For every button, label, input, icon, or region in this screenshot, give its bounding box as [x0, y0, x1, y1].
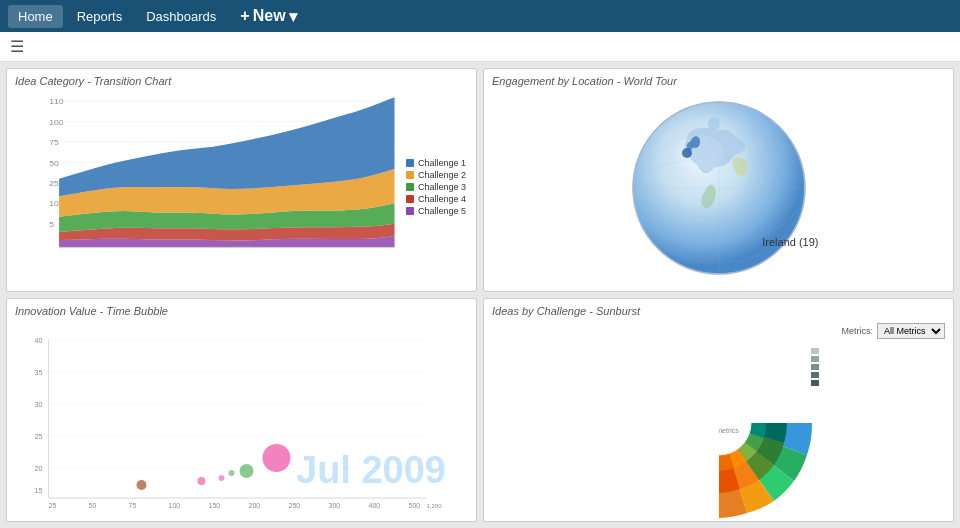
- svg-point-49: [137, 480, 147, 490]
- svg-rect-65: [811, 380, 819, 386]
- svg-point-52: [229, 470, 235, 476]
- toolbar: ☰: [0, 32, 960, 62]
- nav-new-arrow: ▾: [289, 7, 297, 26]
- svg-text:75: 75: [129, 502, 137, 509]
- sunburst-svg: 100% of All metrics: [579, 318, 859, 518]
- svg-text:25: 25: [49, 502, 57, 509]
- chart3-title: Innovation Value - Time Bubble: [7, 299, 476, 319]
- svg-text:50: 50: [49, 159, 59, 167]
- svg-text:30: 30: [35, 401, 43, 408]
- legend-color-4: [406, 195, 414, 203]
- svg-rect-61: [811, 348, 819, 354]
- panel-sunburst: Ideas by Challenge - Sunburst Metrics: A…: [483, 298, 954, 522]
- legend-item-5: Challenge 5: [406, 206, 466, 216]
- top-navigation: Home Reports Dashboards + New ▾: [0, 0, 960, 32]
- legend-item-2: Challenge 2: [406, 170, 466, 180]
- svg-text:200: 200: [249, 502, 261, 509]
- svg-point-54: [263, 444, 291, 472]
- panel-transition-chart: Idea Category - Transition Chart 110 100…: [6, 68, 477, 292]
- svg-rect-62: [811, 356, 819, 362]
- svg-text:5: 5: [49, 221, 54, 229]
- nav-new-icon: +: [240, 7, 249, 25]
- svg-point-24: [674, 135, 724, 171]
- svg-point-50: [198, 477, 206, 485]
- chart1-content: 110 100 75 50 25 10 5: [7, 89, 476, 287]
- legend-color-3: [406, 183, 414, 191]
- svg-text:500: 500: [409, 502, 421, 509]
- svg-text:100%: 100%: [702, 407, 736, 422]
- legend-item-4: Challenge 4: [406, 194, 466, 204]
- chart1-legend: Challenge 1 Challenge 2 Challenge 3 Chal…: [406, 158, 466, 218]
- panel-world-tour: Engagement by Location - World Tour: [483, 68, 954, 292]
- metrics-label: Metrics:: [842, 326, 874, 336]
- globe-svg: [629, 98, 809, 278]
- svg-text:400: 400: [369, 502, 381, 509]
- svg-text:150: 150: [209, 502, 221, 509]
- svg-text:110: 110: [49, 98, 64, 106]
- chart4-title: Ideas by Challenge - Sunburst: [484, 299, 953, 319]
- globe-container: Ireland (19): [629, 98, 809, 278]
- hamburger-menu[interactable]: ☰: [10, 37, 24, 56]
- ireland-label: Ireland (19): [762, 236, 818, 248]
- legend-label-4: Challenge 4: [418, 194, 466, 204]
- nav-dashboards[interactable]: Dashboards: [136, 5, 226, 28]
- svg-text:25: 25: [49, 180, 59, 188]
- chart2-title: Engagement by Location - World Tour: [484, 69, 953, 89]
- svg-text:15: 15: [35, 487, 43, 494]
- nav-new-label: New: [253, 7, 286, 25]
- svg-text:75: 75: [49, 139, 59, 147]
- svg-rect-64: [811, 372, 819, 378]
- svg-text:1,200: 1,200: [427, 503, 443, 509]
- svg-text:50: 50: [89, 502, 97, 509]
- metrics-dropdown[interactable]: All Metrics: [877, 323, 945, 339]
- legend-item-3: Challenge 3: [406, 182, 466, 192]
- legend-label-1: Challenge 1: [418, 158, 466, 168]
- nav-home[interactable]: Home: [8, 5, 63, 28]
- area-chart-svg: 110 100 75 50 25 10 5: [15, 89, 468, 283]
- svg-text:300: 300: [329, 502, 341, 509]
- dashboard-grid: Idea Category - Transition Chart 110 100…: [0, 62, 960, 528]
- chart3-content: 40 35 30 25 20 15 25 50 75 100 150 200: [7, 319, 476, 517]
- svg-text:20: 20: [35, 465, 43, 472]
- legend-item-1: Challenge 1: [406, 158, 466, 168]
- svg-text:of All metrics: of All metrics: [699, 427, 739, 434]
- legend-color-5: [406, 207, 414, 215]
- nav-new-button[interactable]: + New ▾: [230, 3, 306, 30]
- panel-time-bubble: Innovation Value - Time Bubble 40 35 30 …: [6, 298, 477, 522]
- svg-text:100: 100: [49, 118, 64, 126]
- svg-point-53: [240, 464, 254, 478]
- nav-reports[interactable]: Reports: [67, 5, 133, 28]
- bubble-chart-svg: 40 35 30 25 20 15 25 50 75 100 150 200: [15, 323, 468, 513]
- legend-color-1: [406, 159, 414, 167]
- legend-color-2: [406, 171, 414, 179]
- svg-text:100: 100: [169, 502, 181, 509]
- legend-label-5: Challenge 5: [418, 206, 466, 216]
- svg-text:40: 40: [35, 337, 43, 344]
- chart1-title: Idea Category - Transition Chart: [7, 69, 476, 89]
- legend-label-2: Challenge 2: [418, 170, 466, 180]
- chart2-content: Ireland (19): [484, 89, 953, 287]
- chart4-content: Metrics: All Metrics: [484, 319, 953, 517]
- svg-point-58: [687, 391, 751, 455]
- legend-label-3: Challenge 3: [418, 182, 466, 192]
- svg-point-51: [219, 475, 225, 481]
- svg-text:25: 25: [35, 433, 43, 440]
- svg-rect-63: [811, 364, 819, 370]
- svg-text:250: 250: [289, 502, 301, 509]
- svg-text:35: 35: [35, 369, 43, 376]
- svg-text:10: 10: [49, 200, 59, 208]
- metrics-select-container: Metrics: All Metrics: [842, 323, 946, 339]
